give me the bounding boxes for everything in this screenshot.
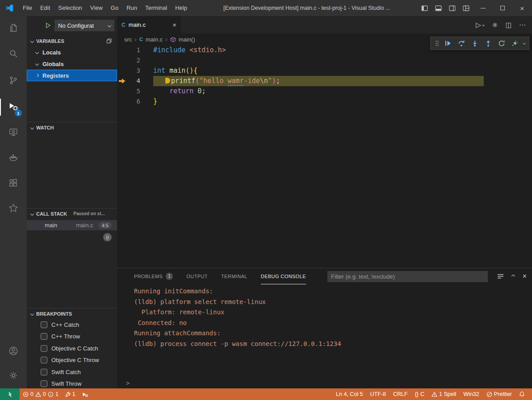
- code-text[interactable]: printf("hello wamr-ide\n");: [153, 76, 484, 86]
- menu-file[interactable]: File: [19, 0, 36, 16]
- code-text[interactable]: return 0;: [153, 86, 205, 96]
- variables-section-header[interactable]: VARIABLES: [27, 36, 117, 46]
- run-or-debug-icon[interactable]: ▷: [476, 21, 484, 29]
- variables-item-registers[interactable]: Registers: [27, 70, 117, 81]
- code-text[interactable]: }: [153, 96, 157, 107]
- close-button[interactable]: ×: [512, 0, 532, 16]
- panel-tab-terminal[interactable]: TERMINAL: [221, 269, 247, 284]
- encoding-status[interactable]: UTF-8: [367, 388, 390, 400]
- breakpoint-checkbox[interactable]: [41, 369, 47, 375]
- console-filter-input[interactable]: [327, 271, 488, 282]
- panel-tab-output[interactable]: OUTPUT: [186, 269, 208, 284]
- console-input[interactable]: >: [126, 379, 528, 388]
- accounts-icon[interactable]: [0, 340, 27, 362]
- grip-handle-icon[interactable]: [434, 38, 440, 49]
- language-mode[interactable]: {} C: [411, 388, 428, 400]
- chevron-down-icon[interactable]: [523, 42, 526, 45]
- variables-item-globals[interactable]: Globals: [27, 58, 117, 70]
- code-text[interactable]: #include <stdio.h>: [153, 45, 226, 55]
- breakpoint-checkbox[interactable]: [41, 380, 47, 387]
- variables-item-locals[interactable]: Locals: [27, 46, 117, 58]
- breadcrumb-item-file[interactable]: main.c: [146, 36, 163, 43]
- menu-help[interactable]: Help: [171, 0, 191, 16]
- restart-icon[interactable]: [497, 38, 507, 49]
- watch-section-header[interactable]: WATCH: [27, 122, 117, 133]
- panel-menu-icon[interactable]: [497, 274, 504, 279]
- platform-status[interactable]: Win32: [460, 388, 482, 400]
- star-icon[interactable]: [0, 197, 27, 219]
- menu-edit[interactable]: Edit: [36, 0, 54, 16]
- toolchain-status[interactable]: 1: [62, 388, 79, 400]
- console-line: Platform: remote-linux: [134, 307, 528, 318]
- settings-gear-icon[interactable]: [0, 365, 27, 386]
- formatter-status[interactable]: Prettier: [483, 388, 515, 400]
- notifications-bell[interactable]: [515, 388, 528, 400]
- breakpoint-item[interactable]: Swift Catch: [27, 366, 117, 378]
- menu-run[interactable]: Run: [122, 0, 141, 16]
- collapse-all-icon[interactable]: [106, 38, 112, 44]
- step-into-icon[interactable]: [470, 38, 480, 49]
- code-text[interactable]: int main(){: [153, 66, 197, 76]
- split-editor-icon[interactable]: ◫: [506, 21, 512, 29]
- docker-icon[interactable]: [0, 146, 27, 168]
- toggle-secondary-sidebar-icon[interactable]: [445, 0, 459, 16]
- step-over-icon[interactable]: [457, 38, 466, 49]
- panel-tab-debug-console[interactable]: DEBUG CONSOLE: [261, 269, 306, 284]
- toggle-sidebar-icon[interactable]: [418, 0, 431, 16]
- panel-tab-problems[interactable]: PROBLEMS1: [134, 269, 173, 284]
- breakpoint-item[interactable]: C++ Throw: [27, 331, 117, 343]
- gear-icon[interactable]: [491, 21, 498, 29]
- search-icon[interactable]: [0, 43, 27, 64]
- breakpoint-checkbox[interactable]: [41, 357, 47, 363]
- close-icon[interactable]: ×: [523, 272, 527, 280]
- debug-config-dropdown[interactable]: No Configurat: [54, 20, 114, 31]
- breadcrumb-item-symbol[interactable]: main(): [179, 36, 195, 43]
- cursor-position[interactable]: Ln 4, Col 5: [332, 388, 366, 400]
- breakpoint-item[interactable]: Objective C Throw: [27, 354, 117, 367]
- code-token: #include: [153, 46, 185, 54]
- menu-selection[interactable]: Selection: [54, 0, 86, 16]
- breakpoint-checkbox[interactable]: [41, 321, 47, 328]
- eol-status[interactable]: CRLF: [390, 388, 411, 400]
- explorer-icon[interactable]: [0, 17, 27, 38]
- menu-terminal[interactable]: Terminal: [141, 0, 171, 16]
- run-and-debug-icon[interactable]: 1: [0, 96, 27, 118]
- customize-layout-icon[interactable]: [459, 0, 473, 16]
- breadcrumb-item-src[interactable]: src: [124, 36, 132, 43]
- debug-status[interactable]: [79, 388, 91, 400]
- maximize-button[interactable]: [493, 0, 512, 16]
- code-line: 3int main(){: [117, 66, 532, 76]
- chevron-up-icon[interactable]: [511, 275, 515, 278]
- start-debugging-icon[interactable]: [45, 22, 51, 29]
- continue-icon[interactable]: [443, 38, 453, 49]
- problems-status[interactable]: 0 0 1: [20, 388, 62, 400]
- source-control-icon[interactable]: [0, 70, 27, 91]
- remote-indicator[interactable]: [0, 388, 20, 400]
- callstack-frame[interactable]: main main.c 4:5: [27, 220, 117, 230]
- close-icon[interactable]: ×: [172, 21, 176, 29]
- menu-view[interactable]: View: [86, 0, 107, 16]
- tab-main-c[interactable]: C main.c ×: [117, 16, 181, 33]
- remote-explorer-icon[interactable]: [0, 121, 27, 143]
- code-token: int: [153, 67, 165, 75]
- breakpoint-item[interactable]: Objective C Catch: [27, 342, 117, 354]
- toggle-panel-icon[interactable]: [431, 0, 445, 16]
- breakpoint-item[interactable]: C++ Catch: [27, 319, 117, 331]
- more-actions-icon[interactable]: ⋯: [519, 21, 526, 29]
- extensions-icon[interactable]: [0, 172, 27, 194]
- disconnect-icon[interactable]: [510, 38, 520, 49]
- breakpoint-checkbox[interactable]: [41, 333, 47, 340]
- breakpoint-label: C++ Throw: [51, 333, 80, 340]
- code-line: 5 return 0;: [117, 86, 532, 96]
- breakpoint-checkbox[interactable]: [41, 345, 47, 352]
- breakpoint-item[interactable]: Swift Throw: [27, 378, 117, 389]
- minimize-button[interactable]: [473, 0, 493, 16]
- step-out-icon[interactable]: [483, 38, 493, 49]
- bottom-panel: PROBLEMS1OUTPUTTERMINALDEBUG CONSOLE × R…: [117, 268, 532, 388]
- breakpoints-section-header[interactable]: BREAKPOINTS: [27, 308, 117, 319]
- menu-go[interactable]: Go: [107, 0, 122, 16]
- inline-breakpoint-icon[interactable]: [165, 78, 170, 83]
- spell-status[interactable]: 1 Spell: [428, 388, 460, 400]
- callstack-section-header[interactable]: CALL STACK Paused on st...: [27, 208, 117, 219]
- glyph-margin[interactable]: [117, 79, 127, 83]
